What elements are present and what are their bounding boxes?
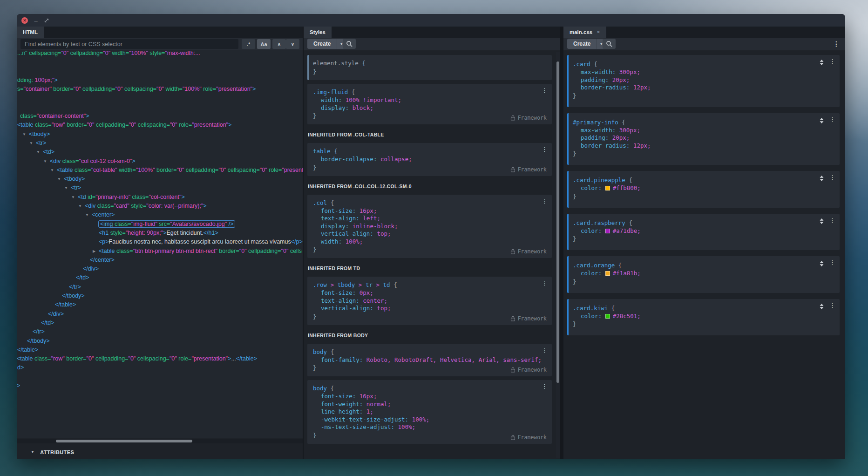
tree-node-line[interactable]: </center> bbox=[17, 256, 303, 265]
styles-vertical-scrollbar-thumb[interactable] bbox=[556, 61, 559, 383]
tree-node-line[interactable]: <table class="row" border="0" cellpaddin… bbox=[17, 121, 303, 129]
match-case-button[interactable]: Aa bbox=[257, 39, 271, 49]
css-declaration[interactable]: text-align: left; bbox=[313, 215, 547, 223]
find-previous-button[interactable]: ∧ bbox=[272, 39, 286, 49]
color-swatch[interactable] bbox=[605, 271, 610, 276]
rule-sort-handle[interactable] bbox=[819, 175, 824, 183]
tree-node-line[interactable]: ...n" cellspacing="0" cellpadding="0" wi… bbox=[17, 50, 303, 58]
rule-selector[interactable]: .card.raspberry { bbox=[573, 219, 835, 227]
css-declaration[interactable]: color: #f1a81b; bbox=[573, 270, 835, 278]
expand-arrow-open-icon[interactable]: ▼ bbox=[42, 157, 48, 166]
close-tab-icon[interactable]: ✕ bbox=[597, 30, 600, 34]
css-declaration[interactable]: border-radius: 12px; bbox=[573, 142, 835, 150]
rule-selector[interactable]: .card { bbox=[573, 60, 835, 68]
horizontal-scrollbar[interactable] bbox=[17, 439, 303, 443]
color-swatch[interactable] bbox=[605, 314, 610, 319]
css-declaration[interactable]: vertical-align: top; bbox=[313, 230, 547, 238]
css-declaration[interactable]: padding: 20px; bbox=[573, 134, 835, 142]
css-declaration[interactable]: vertical-align: top; bbox=[313, 305, 547, 313]
css-declaration[interactable]: color: #28c501; bbox=[573, 313, 835, 320]
resize-window-icon[interactable] bbox=[43, 17, 49, 24]
create-rule-button[interactable]: Create bbox=[307, 39, 337, 49]
tree-node-line[interactable]: <h1 style="height: 90px;">Eget tincidunt… bbox=[17, 229, 303, 238]
expand-arrow-open-icon[interactable]: ▼ bbox=[49, 166, 55, 175]
tree-node-line[interactable]: <p>Faucibus nostra nec, habitasse suscip… bbox=[17, 238, 303, 246]
css-declaration[interactable]: width: 100% !important; bbox=[313, 96, 547, 104]
tree-node-line[interactable]: </tbody> bbox=[17, 292, 303, 300]
rule-menu-icon[interactable]: ⋮ bbox=[542, 87, 548, 94]
css-declaration[interactable]: text-align: center; bbox=[313, 297, 547, 305]
expand-arrow-collapsed-icon[interactable]: ▶ bbox=[91, 247, 97, 256]
css-declaration[interactable]: font-family: Roboto, RobotoDraft, Helvet… bbox=[313, 356, 547, 364]
rule-sort-handle[interactable] bbox=[819, 218, 824, 226]
css-declaration[interactable]: -ms-text-size-adjust: 100%; bbox=[313, 423, 547, 431]
css-declaration[interactable]: font-size: 16px; bbox=[313, 207, 547, 215]
rule-menu-icon[interactable]: ⋮ bbox=[829, 217, 835, 224]
rule-menu-icon[interactable]: ⋮ bbox=[542, 146, 548, 153]
find-elements-input[interactable] bbox=[20, 39, 238, 49]
css-declaration[interactable]: font-size: 0px; bbox=[313, 289, 547, 297]
rule-menu-icon[interactable]: ⋮ bbox=[829, 116, 835, 123]
expand-arrow-open-icon[interactable]: ▼ bbox=[28, 139, 34, 148]
tree-node-line[interactable]: s="container" border="0" cellpadding="0"… bbox=[17, 85, 303, 94]
rule-selector[interactable]: .card.orange { bbox=[573, 261, 835, 270]
rule-menu-icon[interactable]: ⋮ bbox=[542, 347, 548, 354]
rule-sort-handle[interactable] bbox=[819, 303, 824, 311]
selected-node-box[interactable]: <img class="img-fluid" src="Avatars/avoc… bbox=[99, 221, 235, 227]
tab-styles[interactable]: Styles bbox=[304, 27, 332, 38]
minimize-window-button[interactable]: – bbox=[33, 17, 39, 24]
rule-selector[interactable]: body { bbox=[313, 348, 547, 356]
rule-menu-icon[interactable]: ⋮ bbox=[829, 174, 835, 181]
tree-node-line[interactable]: </tr> bbox=[17, 327, 303, 336]
tree-node-line[interactable]: ▼<center> bbox=[17, 211, 303, 219]
css-declaration[interactable]: display: block; bbox=[313, 104, 547, 112]
css-declaration[interactable]: display: inline-block; bbox=[313, 223, 547, 231]
rule-sort-handle[interactable] bbox=[819, 59, 824, 67]
css-declaration[interactable]: border-radius: 12px; bbox=[573, 84, 835, 92]
tree-node-line[interactable]: </td> bbox=[17, 319, 303, 327]
window-titlebar[interactable]: ✕ – bbox=[17, 14, 845, 27]
tree-node-line[interactable]: class="container-content"> bbox=[17, 112, 303, 121]
tree-node-line[interactable]: ▼<table class="col-table" width="100%" b… bbox=[17, 166, 303, 175]
rule-selector[interactable]: element.style { bbox=[313, 59, 547, 68]
tree-node-line[interactable]: </table> bbox=[17, 346, 303, 354]
rule-selector[interactable]: .row > tbody > tr > td { bbox=[313, 281, 547, 289]
rule-selector[interactable]: .img-fluid { bbox=[313, 88, 547, 96]
css-declaration[interactable]: width: 100%; bbox=[313, 238, 547, 246]
rule-selector[interactable]: .card.kiwi { bbox=[573, 304, 835, 313]
search-styles-button[interactable] bbox=[343, 39, 356, 49]
expand-arrow-open-icon[interactable]: ▼ bbox=[21, 130, 27, 139]
expand-arrow-open-icon[interactable]: ▼ bbox=[56, 175, 62, 184]
rule-sort-handle[interactable] bbox=[819, 117, 824, 125]
css-declaration[interactable]: border-collapse: collapse; bbox=[313, 156, 547, 163]
tree-node-line[interactable]: dding: 100px;"> bbox=[17, 76, 303, 85]
tree-node-line[interactable]: <table class="row" border="0" cellpaddin… bbox=[17, 354, 303, 363]
css-declaration[interactable]: color: #a71dbe; bbox=[573, 227, 835, 235]
tree-node-line[interactable]: ▶<table class="btn btn-primary btn-md bt… bbox=[17, 247, 303, 256]
expand-arrow-open-icon[interactable]: ▼ bbox=[70, 193, 76, 202]
attributes-section-header[interactable]: ▼ ATTRIBUTES bbox=[17, 445, 303, 459]
tree-node-line[interactable]: </tbody> bbox=[17, 337, 303, 346]
tree-node-line[interactable]: ▼<td id="primary-info" class="col-conten… bbox=[17, 193, 303, 202]
rule-menu-icon[interactable]: ⋮ bbox=[829, 302, 835, 309]
tree-node-line[interactable]: </tr> bbox=[17, 283, 303, 292]
horizontal-scrollbar-thumb[interactable] bbox=[56, 440, 192, 442]
css-declaration[interactable]: padding: 20px; bbox=[573, 76, 835, 84]
tree-node-line[interactable]: ▼<tr> bbox=[17, 184, 303, 192]
close-window-button[interactable]: ✕ bbox=[21, 17, 28, 24]
rule-selector[interactable]: table { bbox=[313, 147, 547, 156]
tree-node-line[interactable]: ▼<td> bbox=[17, 148, 303, 156]
tree-node-line[interactable]: ▼<div class="col col-12 col-sm-0"> bbox=[17, 157, 303, 166]
tree-node-line[interactable]: ▼<tr> bbox=[17, 139, 303, 148]
expand-arrow-open-icon[interactable]: ▼ bbox=[35, 148, 41, 156]
tree-node-line[interactable]: <img class="img-fluid" src="Avatars/avoc… bbox=[17, 220, 303, 229]
rule-menu-icon[interactable]: ⋮ bbox=[829, 58, 835, 65]
tree-node-line[interactable]: ▼<tbody> bbox=[17, 130, 303, 139]
rule-selector[interactable]: .card.pineapple { bbox=[573, 176, 835, 184]
expand-arrow-open-icon[interactable]: ▼ bbox=[77, 202, 83, 211]
rule-selector[interactable]: #primary-info { bbox=[573, 118, 835, 127]
rule-selector[interactable]: .col { bbox=[313, 199, 547, 207]
tab-main-css[interactable]: main.css ✕ bbox=[563, 27, 606, 38]
css-declaration[interactable]: line-height: 1; bbox=[313, 408, 547, 416]
tree-node-line[interactable]: </div> bbox=[17, 265, 303, 273]
